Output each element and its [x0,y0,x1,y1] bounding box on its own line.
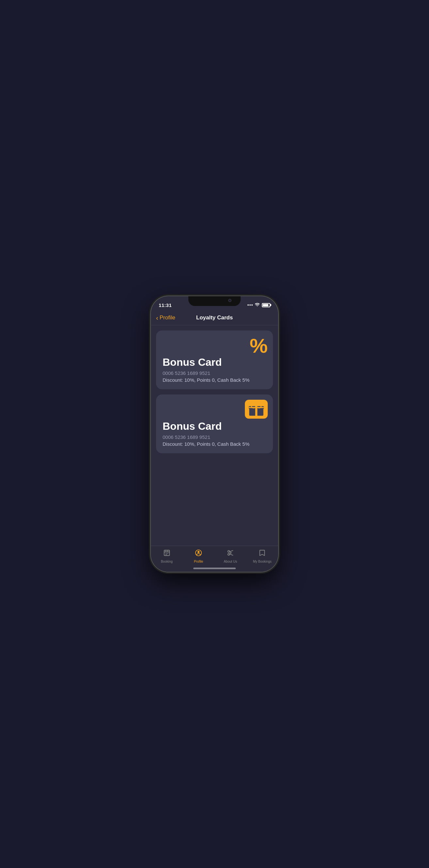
booking-icon [163,549,171,558]
front-camera [228,299,232,302]
signal-icon [247,304,253,306]
notch [188,296,241,306]
loyalty-card-1[interactable]: % Bonus Card 0006 5236 1689 9521 Discoun… [156,331,273,389]
svg-point-6 [255,405,257,407]
svg-line-20 [229,553,232,554]
screen-content: % Bonus Card 0006 5236 1689 9521 Discoun… [151,325,278,547]
tab-my-bookings-label: My Bookings [253,560,272,563]
nav-header: ‹ Profile Loyalty Cards [151,312,278,325]
tab-my-bookings[interactable]: My Bookings [246,549,278,563]
card-1-title: Bonus Card [162,356,267,368]
profile-icon [195,549,202,558]
status-time: 11:31 [159,302,172,308]
card-2-details: Discount: 10%, Points 0, Cash Back 5% [162,441,267,447]
bookmark-icon [258,549,266,558]
percent-icon: % [250,334,268,357]
tab-about-us-label: About Us [224,560,237,563]
home-indicator [193,567,236,569]
tab-profile-label: Profile [194,560,203,563]
status-icons [247,302,270,308]
back-button[interactable]: ‹ Profile [156,314,175,321]
tab-booking[interactable]: Booking [151,549,183,563]
card-icon-percent: % [250,336,268,356]
card-1-number: 0006 5236 1689 9521 [162,370,267,376]
wifi-icon [255,302,260,308]
gift-icon [248,403,265,416]
tab-booking-label: Booking [161,560,173,563]
svg-point-14 [197,551,200,553]
battery-icon [262,303,270,307]
loyalty-card-2[interactable]: Bonus Card 0006 5236 1689 9521 Discount:… [156,395,273,453]
card-2-title: Bonus Card [162,420,267,432]
back-label: Profile [160,314,175,321]
scissors-icon [227,549,234,558]
tab-about-us[interactable]: About Us [214,549,246,563]
svg-line-17 [229,551,233,552]
card-2-number: 0006 5236 1689 9521 [162,434,267,440]
tab-profile[interactable]: Profile [183,549,215,563]
back-chevron-icon: ‹ [156,314,158,321]
card-1-details: Discount: 10%, Points 0, Cash Back 5% [162,377,267,383]
svg-line-18 [229,554,233,555]
gift-icon-wrapper [245,400,268,418]
card-icon-gift [245,400,268,418]
phone-frame: 11:31 ‹ Profile Loyalty C [151,296,278,572]
nav-title: Loyalty Cards [196,314,233,321]
